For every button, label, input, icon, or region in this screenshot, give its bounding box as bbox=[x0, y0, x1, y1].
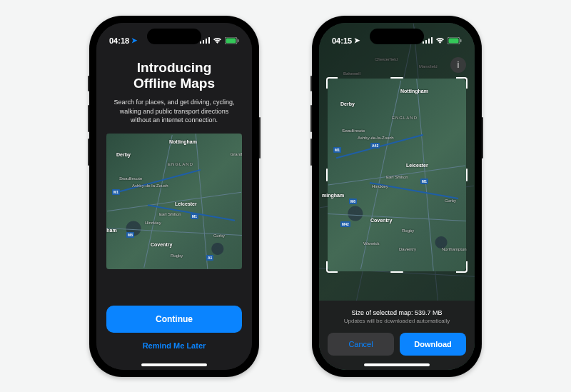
cellular-icon bbox=[200, 37, 210, 44]
crop-handle[interactable] bbox=[326, 261, 338, 273]
svg-rect-5 bbox=[226, 38, 236, 43]
road-badge: M1 bbox=[112, 189, 120, 195]
dynamic-island bbox=[370, 29, 424, 44]
city-label: Hinckley bbox=[145, 221, 161, 225]
city-label: Leicester bbox=[175, 201, 197, 206]
side-button bbox=[310, 76, 312, 91]
svg-rect-9 bbox=[428, 39, 430, 44]
city-label: Nottingham bbox=[400, 89, 428, 94]
road-badge: A1 bbox=[206, 255, 213, 261]
status-time: 04:15 bbox=[332, 36, 352, 45]
city-label: Leicester bbox=[406, 163, 428, 168]
location-icon: ➤ bbox=[131, 36, 137, 44]
region-label: ENGLAND bbox=[392, 116, 418, 120]
city-label: Ashby-de-la-Zouch bbox=[132, 184, 168, 188]
road-badge: A42 bbox=[370, 143, 380, 149]
power-button bbox=[259, 117, 261, 159]
crop-handle[interactable] bbox=[456, 261, 468, 273]
cellular-icon bbox=[423, 37, 433, 44]
crop-handle[interactable] bbox=[326, 77, 338, 89]
home-indicator[interactable] bbox=[141, 363, 207, 366]
map-selection[interactable]: Nottingham Derby ENGLAND Swadlincote Ash… bbox=[328, 79, 466, 271]
crop-handle[interactable] bbox=[466, 169, 468, 181]
svg-rect-7 bbox=[423, 41, 424, 44]
info-button[interactable]: i bbox=[450, 57, 466, 73]
city-label: Rugby bbox=[171, 253, 183, 258]
city-label: Earl Shilton bbox=[386, 175, 408, 179]
city-label: Swadlincote bbox=[342, 129, 365, 133]
crop-handle[interactable] bbox=[390, 271, 403, 273]
iphone-left: 04:18 ➤ Introducing Offline Maps Sear bbox=[89, 16, 259, 377]
screen: 04:15 ➤ Chesterfield Mansfield Bak bbox=[319, 23, 475, 370]
crop-handle[interactable] bbox=[390, 77, 403, 79]
road-badge: M42 bbox=[340, 221, 350, 227]
map-selection[interactable]: Nottingham Derby ENGLAND Swadlincote Ash… bbox=[106, 134, 242, 269]
continue-button[interactable]: Continue bbox=[106, 306, 242, 333]
volume-up-button bbox=[310, 105, 312, 132]
city-label: Hinckley bbox=[372, 184, 388, 189]
city-label: Derby bbox=[340, 101, 355, 106]
wifi-icon bbox=[213, 37, 222, 44]
home-indicator[interactable] bbox=[364, 363, 430, 366]
download-sheet: Size of selected map: 539.7 MB Updates w… bbox=[319, 301, 475, 370]
remind-later-button[interactable]: Remind Me Later bbox=[143, 333, 206, 360]
city-label: Swadlincote bbox=[119, 176, 142, 181]
crop-handle[interactable] bbox=[232, 259, 242, 269]
power-button bbox=[482, 117, 483, 159]
intro-title: Introducing Offline Maps bbox=[133, 60, 215, 93]
cancel-button[interactable]: Cancel bbox=[328, 333, 394, 356]
volume-down-button bbox=[88, 139, 89, 166]
iphone-right: 04:15 ➤ Chesterfield Mansfield Bak bbox=[312, 16, 482, 377]
volume-up-button bbox=[88, 105, 89, 132]
crop-handle[interactable] bbox=[106, 259, 116, 269]
wifi-icon bbox=[435, 37, 445, 44]
road-badge: M6 bbox=[126, 232, 134, 238]
svg-rect-1 bbox=[203, 40, 204, 44]
city-label: Corby bbox=[213, 233, 225, 238]
battery-icon bbox=[448, 37, 462, 44]
city-label: Coventry bbox=[370, 218, 392, 223]
svg-rect-8 bbox=[425, 40, 427, 44]
city-label: Warwick bbox=[363, 241, 379, 246]
city-label: Daventry bbox=[399, 247, 416, 251]
side-button bbox=[88, 76, 89, 91]
city-label: Granth bbox=[231, 152, 242, 156]
dynamic-island bbox=[147, 29, 201, 44]
location-icon: ➤ bbox=[354, 36, 360, 44]
city-label: Rugby bbox=[402, 228, 414, 233]
city-label: mingham bbox=[322, 193, 344, 198]
status-time: 04:18 bbox=[109, 36, 129, 45]
city-label: Corby bbox=[445, 198, 456, 203]
map-preview: Nottingham Derby ENGLAND Swadlincote Ash… bbox=[106, 134, 242, 269]
crop-handle[interactable] bbox=[456, 77, 468, 89]
auto-update-label: Updates will be downloaded automatically bbox=[328, 318, 466, 324]
screen: 04:18 ➤ Introducing Offline Maps Sear bbox=[96, 23, 252, 370]
city-label: Ashby-de-la-Zouch bbox=[358, 136, 394, 140]
city-label: Earl Shilton bbox=[159, 212, 181, 216]
volume-down-button bbox=[310, 139, 312, 166]
road-badge: M1 bbox=[191, 213, 198, 219]
svg-rect-3 bbox=[208, 37, 210, 44]
svg-rect-13 bbox=[460, 39, 462, 42]
city-label: Derby bbox=[116, 152, 131, 157]
map-size-label: Size of selected map: 539.7 MB bbox=[328, 309, 466, 316]
crop-handle[interactable] bbox=[232, 134, 242, 144]
map-selected-area: Nottingham Derby ENGLAND Swadlincote Ash… bbox=[328, 79, 466, 271]
svg-rect-10 bbox=[431, 37, 433, 44]
svg-rect-12 bbox=[449, 38, 459, 43]
road-badge: M6 bbox=[349, 198, 357, 204]
road-badge: M1 bbox=[420, 179, 428, 184]
svg-rect-2 bbox=[206, 39, 207, 44]
road-badge: M1 bbox=[333, 147, 341, 153]
city-label: gham bbox=[106, 228, 117, 233]
download-button[interactable]: Download bbox=[400, 333, 466, 356]
region-label: ENGLAND bbox=[168, 162, 193, 166]
city-label: Coventry bbox=[151, 242, 172, 247]
svg-rect-0 bbox=[200, 41, 201, 44]
crop-handle[interactable] bbox=[326, 169, 328, 181]
crop-handle[interactable] bbox=[106, 134, 116, 144]
intro-sheet: Introducing Offline Maps Search for plac… bbox=[96, 23, 252, 370]
city-label: Northampton bbox=[442, 247, 467, 251]
svg-rect-6 bbox=[238, 39, 239, 42]
battery-icon bbox=[225, 37, 239, 44]
